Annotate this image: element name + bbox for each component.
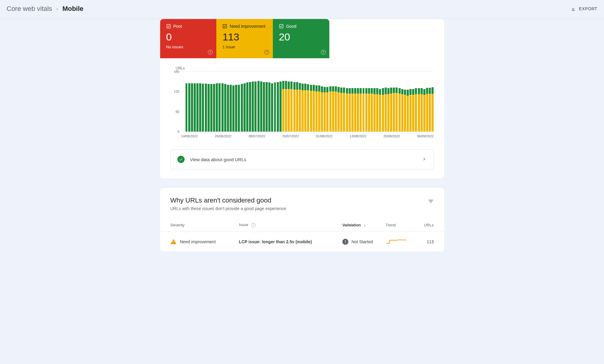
tile-good[interactable]: Good 20 ? <box>273 19 329 58</box>
chart-bar[interactable] <box>227 85 229 132</box>
col-trend[interactable]: Trend <box>386 222 415 232</box>
chart-bar[interactable] <box>318 85 320 132</box>
chart-bar[interactable] <box>365 88 367 132</box>
chart-bar[interactable] <box>396 88 398 132</box>
chart-bar[interactable] <box>385 88 387 132</box>
chart-bar[interactable] <box>260 81 262 132</box>
chart-bar[interactable] <box>224 84 226 132</box>
chart-bar[interactable] <box>409 89 412 132</box>
chart-bar[interactable] <box>354 88 356 132</box>
chart-bar[interactable] <box>268 82 270 132</box>
chart-bar[interactable] <box>196 83 199 132</box>
chart-bar[interactable] <box>266 82 268 132</box>
chart-bar[interactable] <box>332 86 334 132</box>
chart-bar[interactable] <box>401 89 403 132</box>
chart-bar[interactable] <box>324 87 326 132</box>
chart-bar[interactable] <box>221 83 224 132</box>
help-icon[interactable]: ? <box>264 50 269 55</box>
tile-poor[interactable]: Poor 0 No issues ? <box>160 19 217 58</box>
chart-bar[interactable] <box>279 81 282 132</box>
chart-bar[interactable] <box>335 86 337 132</box>
chart-bar[interactable] <box>293 82 296 132</box>
chart-bar[interactable] <box>310 85 312 132</box>
chart-bar[interactable] <box>238 85 240 132</box>
chart-bar[interactable] <box>252 81 254 132</box>
chart-bar[interactable] <box>296 82 298 132</box>
chart-bar[interactable] <box>271 83 273 132</box>
col-urls[interactable]: URLs <box>415 222 444 232</box>
chart-bar[interactable] <box>235 85 237 132</box>
chart-bar[interactable] <box>218 83 221 132</box>
chart-bar[interactable] <box>399 88 401 132</box>
filter-button[interactable] <box>428 196 434 205</box>
chart-bar[interactable] <box>357 88 359 132</box>
chart-bar[interactable] <box>263 82 265 132</box>
chart-bar[interactable] <box>210 84 212 132</box>
chart-bar[interactable] <box>216 83 218 132</box>
help-icon[interactable]: ? <box>251 223 256 227</box>
chart-bar[interactable] <box>368 88 370 132</box>
chart-bar[interactable] <box>202 84 204 132</box>
tile-need-improvement[interactable]: Need improvement 113 1 issue ? <box>216 19 273 58</box>
chart-bar[interactable] <box>412 89 414 132</box>
chart-bar[interactable] <box>254 81 257 132</box>
chart-bar[interactable] <box>407 90 409 132</box>
chart-bar[interactable] <box>274 82 276 132</box>
chart-bar[interactable] <box>346 88 348 132</box>
chart-bar[interactable] <box>191 83 193 132</box>
chart-bar[interactable] <box>426 88 428 132</box>
chart-bar[interactable] <box>390 88 392 132</box>
chart-bar[interactable] <box>423 89 425 132</box>
chart-bar[interactable] <box>421 88 423 132</box>
chart-bar[interactable] <box>340 88 342 132</box>
chart-bar[interactable] <box>208 84 210 132</box>
chart-bar[interactable] <box>321 86 323 132</box>
chart-bar[interactable] <box>343 88 345 132</box>
chart-bar[interactable] <box>186 83 188 132</box>
chart-bar[interactable] <box>232 85 234 132</box>
chart-bar[interactable] <box>213 84 215 132</box>
chart-bar[interactable] <box>307 84 309 132</box>
chart-bar[interactable] <box>349 88 351 132</box>
chart-bar[interactable] <box>415 88 417 132</box>
col-issue[interactable]: Issue ? <box>239 222 343 232</box>
chart-bar[interactable] <box>288 81 290 132</box>
chart-bar[interactable] <box>257 81 260 132</box>
breadcrumb-root[interactable]: Core web vitals <box>7 5 52 13</box>
good-urls-callout[interactable]: View data about good URLs <box>170 149 434 169</box>
chart-bar[interactable] <box>360 88 362 132</box>
chart-bar[interactable] <box>382 88 384 132</box>
chart-bar[interactable] <box>249 82 251 132</box>
chart-bar[interactable] <box>418 88 420 132</box>
col-validation[interactable]: Validation ↓ <box>342 222 386 232</box>
chart-bar[interactable] <box>205 84 207 132</box>
chart-bar[interactable] <box>230 85 232 132</box>
chart-bar[interactable] <box>351 88 354 132</box>
chart-bar[interactable] <box>376 88 378 132</box>
chart-bar[interactable] <box>277 82 279 132</box>
chart-bar[interactable] <box>241 84 243 132</box>
chart-bar[interactable] <box>244 83 246 132</box>
export-button[interactable]: EXPORT <box>570 6 597 11</box>
chart-bar[interactable] <box>304 84 306 132</box>
chart-bar[interactable] <box>431 87 434 132</box>
help-icon[interactable]: ? <box>208 50 213 55</box>
chart-bar[interactable] <box>290 81 292 132</box>
chart-bar[interactable] <box>429 88 431 132</box>
chart-bar[interactable] <box>379 89 381 132</box>
chart-bar[interactable] <box>315 85 318 132</box>
chart-bar[interactable] <box>329 86 331 132</box>
chart-bar[interactable] <box>326 87 328 132</box>
chart-bar[interactable] <box>371 88 373 132</box>
help-icon[interactable]: ? <box>321 50 326 55</box>
chart-bar[interactable] <box>199 83 201 132</box>
chart-bar[interactable] <box>363 88 365 132</box>
chart-bar[interactable] <box>188 83 190 132</box>
chart-bar[interactable] <box>393 88 395 132</box>
chart-bar[interactable] <box>285 81 287 132</box>
col-severity[interactable]: Severity <box>160 222 239 232</box>
chart-bar[interactable] <box>387 88 389 132</box>
chart-bar[interactable] <box>194 83 196 132</box>
table-row[interactable]: Need improvementLCP issue: longer than 2… <box>160 232 444 252</box>
chart-bar[interactable] <box>338 87 340 132</box>
